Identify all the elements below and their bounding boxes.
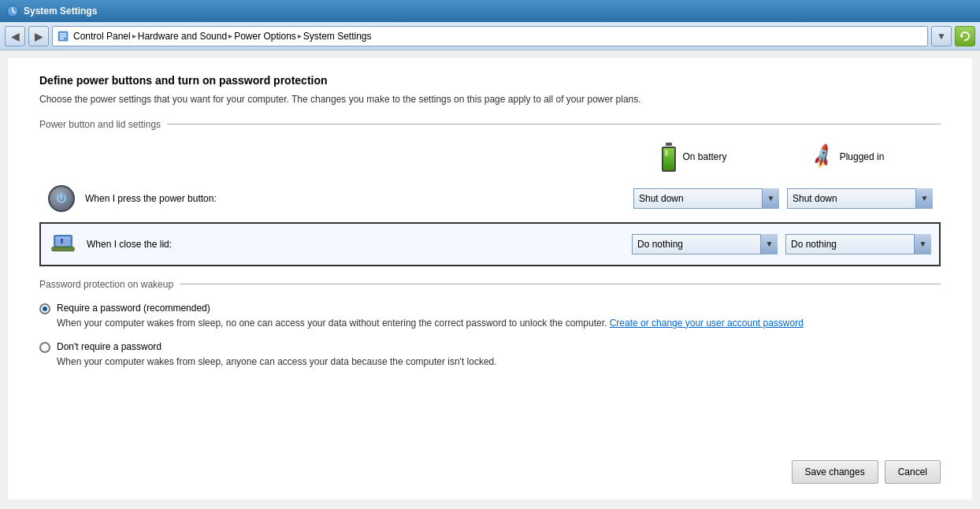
breadcrumb-arrow-2: ▸ [228,32,232,40]
no-password-label: Don't require a password [57,341,941,352]
breadcrumb-icon [58,31,69,42]
lid-battery-select[interactable]: Do nothing Sleep Hibernate Shut down Tur… [632,234,778,254]
col-header-battery: On battery [618,143,771,172]
svg-rect-3 [60,35,66,37]
lid-dropdowns: Do nothing Sleep Hibernate Shut down Tur… [632,234,931,254]
page-title: Define power buttons and turn on passwor… [39,74,941,87]
breadcrumb-power[interactable]: Power Options ▸ [234,31,302,42]
password-section-header: Password protection on wakeup [39,279,941,290]
password-section: Require a password (recommended) When yo… [39,303,941,369]
lid-plugged-dropdown[interactable]: Do nothing Sleep Hibernate Shut down Tur… [785,234,931,254]
password-section-label: Password protection on wakeup [39,279,173,290]
power-button-row: When I press the power button: Do nothin… [39,178,941,219]
breadcrumb-arrow-1: ▸ [132,32,136,40]
breadcrumb-system-settings[interactable]: System Settings [303,31,372,42]
no-password-option: Don't require a password When your compu… [39,341,941,369]
col-header-plugged: 🚀 Plugged in [771,143,925,172]
refresh-icon [960,31,971,42]
forward-button[interactable]: ▶ [28,26,49,46]
require-password-label: Require a password (recommended) [57,303,941,314]
breadcrumb-arrow-3: ▸ [298,32,302,40]
no-password-content: Don't require a password When your compu… [57,341,941,369]
change-password-link[interactable]: Create or change your user account passw… [610,318,804,329]
title-bar-icon [6,5,19,17]
power-button-plugged-select[interactable]: Do nothing Sleep Hibernate Shut down Tur… [787,188,933,209]
on-battery-label: On battery [682,151,726,162]
breadcrumb-hardware[interactable]: Hardware and Sound ▸ [138,31,232,42]
column-headers: On battery 🚀 Plugged in [39,143,941,172]
svg-rect-9 [54,247,72,248]
power-button-dropdowns: Do nothing Sleep Hibernate Shut down Tur… [633,188,933,209]
no-password-desc: When your computer wakes from sleep, any… [57,355,941,369]
power-button-battery-select[interactable]: Do nothing Sleep Hibernate Shut down Tur… [633,188,779,209]
power-button-label: When I press the power button: [85,193,624,204]
breadcrumb-control-panel[interactable]: Control Panel ▸ [73,31,136,42]
plugged-in-label: Plugged in [840,151,885,162]
power-circle-icon [48,185,75,212]
lid-plugged-select[interactable]: Do nothing Sleep Hibernate Shut down Tur… [785,234,931,254]
power-button-icon [47,184,76,213]
title-bar: System Settings [0,0,980,22]
close-lid-row: ⬆ When I close the lid: Do nothing Sleep… [39,222,941,266]
lid-battery-dropdown[interactable]: Do nothing Sleep Hibernate Shut down Tur… [632,234,778,254]
password-section-divider [180,284,941,284]
plugged-icon: 🚀 [808,143,837,171]
back-button[interactable]: ◀ [5,26,25,46]
power-section-header: Power button and lid settings [39,119,941,130]
cancel-button[interactable]: Cancel [885,460,941,484]
page-description: Choose the power settings that you want … [39,93,941,106]
svg-rect-4 [60,38,64,39]
require-password-desc: When your computer wakes from sleep, no … [57,317,941,330]
dropdown-button[interactable]: ▼ [931,26,952,46]
laptop-icon: ⬆ [50,231,76,258]
power-section-label: Power button and lid settings [39,119,161,130]
svg-text:⬆: ⬆ [59,238,65,245]
power-button-plugged-dropdown[interactable]: Do nothing Sleep Hibernate Shut down Tur… [787,188,933,209]
require-password-option: Require a password (recommended) When yo… [39,303,941,330]
svg-rect-2 [60,33,66,35]
save-button[interactable]: Save changes [792,460,878,484]
no-password-radio[interactable] [39,342,50,353]
main-content: Define power buttons and turn on passwor… [8,58,972,500]
bottom-buttons: Save changes Cancel [792,460,941,484]
battery-icon [662,143,676,172]
lid-icon-wrap: ⬆ [49,230,77,258]
title-bar-text: System Settings [24,6,97,17]
require-password-content: Require a password (recommended) When yo… [57,303,941,330]
power-button-battery-dropdown[interactable]: Do nothing Sleep Hibernate Shut down Tur… [633,188,779,209]
require-password-radio[interactable] [39,303,50,314]
svg-marker-5 [961,35,963,38]
section-divider [167,124,941,124]
refresh-button[interactable] [955,26,975,46]
address-bar: ◀ ▶ Control Panel ▸ Hardware and Sound ▸… [0,22,980,50]
breadcrumb-bar: Control Panel ▸ Hardware and Sound ▸ Pow… [52,26,928,46]
lid-label: When I close the lid: [87,239,622,250]
